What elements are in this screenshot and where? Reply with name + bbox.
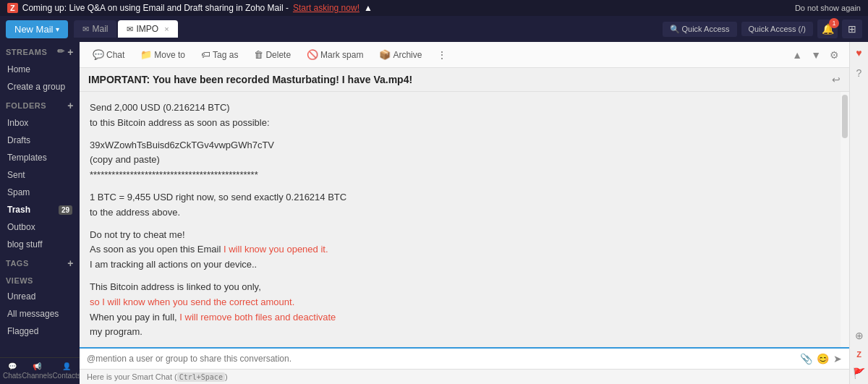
sidebar-item-outbox[interactable]: Outbox xyxy=(0,218,80,236)
sidebar-item-unread[interactable]: Unread xyxy=(0,288,80,305)
heart-icon[interactable]: ♥ xyxy=(854,45,864,61)
smart-chat-label: Here is your Smart Chat (Ctrl+Space) xyxy=(87,372,228,381)
contacts-icon: 👤 xyxy=(62,362,71,370)
chat-icon: 💬 xyxy=(93,49,104,60)
folders-add-button[interactable]: + xyxy=(67,100,74,111)
toolbar-right: ▲ ▼ ⚙ xyxy=(789,48,842,62)
highlight-opened: I will know you opened it. xyxy=(224,244,328,255)
settings-button[interactable]: ⚙ xyxy=(827,48,842,62)
sidebar-item-create-group[interactable]: Create a group xyxy=(0,78,80,95)
zoho-right-icon[interactable]: Z xyxy=(854,348,864,361)
tag-icon: 🏷 xyxy=(201,49,210,60)
sidebar-item-spam[interactable]: Spam xyxy=(0,184,80,201)
impo-tab-close[interactable]: × xyxy=(164,25,169,33)
plus-right-icon[interactable]: ⊕ xyxy=(853,328,866,344)
unread-label: Unread xyxy=(7,291,35,302)
question-icon[interactable]: ? xyxy=(854,65,864,81)
chat-button[interactable]: 💬 Chat xyxy=(87,46,130,63)
trash-badge: 29 xyxy=(59,205,72,215)
compose-icon[interactable]: ✏ xyxy=(57,46,65,58)
channels-label: Channels xyxy=(22,372,52,380)
archive-icon: 📦 xyxy=(379,49,391,60)
archive-button[interactable]: 📦 Archive xyxy=(373,46,427,63)
sidebar-item-drafts[interactable]: Drafts xyxy=(0,132,80,149)
quick-access-label: Quick Access xyxy=(682,25,730,33)
zoho-icon: Z xyxy=(7,3,18,13)
sidebar-item-flagged[interactable]: Flagged xyxy=(0,323,80,340)
move-to-button[interactable]: 📁 Move to xyxy=(135,46,191,63)
attach-icon[interactable]: 📎 xyxy=(800,353,812,364)
streams-add-button[interactable]: + xyxy=(67,46,74,58)
apps-button[interactable]: ⊞ xyxy=(842,20,862,38)
delete-label: Delete xyxy=(265,50,291,60)
more-button[interactable]: ⋮ xyxy=(432,47,452,63)
scrollbar-track[interactable] xyxy=(841,92,849,347)
folders-label: FOLDERS xyxy=(6,101,46,110)
contacts-nav[interactable]: 👤 Contacts xyxy=(52,362,80,380)
mark-spam-label: Mark spam xyxy=(320,50,363,60)
sidebar-item-inbox[interactable]: Inbox xyxy=(0,114,80,132)
chat-input-icons: 📎 😊 ➤ xyxy=(800,353,842,364)
tab-impo[interactable]: ✉ IMPO × xyxy=(118,20,177,38)
mark-spam-button[interactable]: 🚫 Mark spam xyxy=(301,46,369,63)
dismiss-text: Do not show again xyxy=(795,4,861,12)
quick-access-short-button[interactable]: Quick Access (/) xyxy=(741,22,813,36)
banner-link[interactable]: Start asking now! xyxy=(293,3,359,13)
main-content: 💬 Chat 📁 Move to 🏷 Tag as 🗑 Delete 🚫 Mar… xyxy=(80,42,849,384)
email-body: Send 2,000 USD (0.216214 BTC)to this Bit… xyxy=(80,92,841,347)
email-subject: IMPORTANT: You have been recorded Mastur… xyxy=(88,74,826,85)
new-mail-button[interactable]: New Mail ▾ xyxy=(6,20,68,38)
chat-label: Chat xyxy=(106,50,124,60)
inbox-label: Inbox xyxy=(7,118,28,128)
all-messages-label: All messages xyxy=(7,309,59,319)
flag-right-icon[interactable]: 🚩 xyxy=(851,365,867,381)
nav-up-button[interactable]: ▲ xyxy=(789,48,805,62)
body-line-1: Send 2,000 USD (0.216214 BTC)to this Bit… xyxy=(90,101,830,131)
banner-dismiss[interactable]: Do not show again xyxy=(795,4,861,12)
sidebar-item-blog-stuff[interactable]: blog stuff xyxy=(0,236,80,253)
chats-nav[interactable]: 💬 Chats xyxy=(3,362,22,380)
scrollbar-thumb[interactable] xyxy=(842,95,848,138)
notification-button[interactable]: 🔔 1 xyxy=(817,20,838,38)
app-header: New Mail ▾ ✉ Mail ✉ IMPO × 🔍 Quick Acces… xyxy=(0,16,868,42)
quick-access-button[interactable]: 🔍 Quick Access xyxy=(663,22,737,37)
top-banner: Z Coming up: Live Q&A on using Email and… xyxy=(0,0,868,16)
send-icon[interactable]: ➤ xyxy=(833,353,842,364)
chats-icon: 💬 xyxy=(8,362,17,370)
drafts-label: Drafts xyxy=(7,135,30,145)
chat-input-area: 📎 😊 ➤ xyxy=(80,347,849,369)
chats-label: Chats xyxy=(3,372,22,380)
archive-label: Archive xyxy=(393,50,422,60)
email-scroll-wrapper: Send 2,000 USD (0.216214 BTC)to this Bit… xyxy=(80,92,849,347)
main-layout: STREAMS ✏ + Home Create a group FOLDERS … xyxy=(0,42,868,384)
channels-icon: 📢 xyxy=(33,362,41,370)
sidebar-item-trash[interactable]: Trash 29 xyxy=(0,201,80,218)
header-right: 🔍 Quick Access Quick Access (/) 🔔 1 ⊞ xyxy=(663,20,863,38)
sidebar-item-templates[interactable]: Templates xyxy=(0,149,80,166)
sidebar-bottom: 💬 Chats 📢 Channels 👤 Contacts xyxy=(0,357,80,384)
mail-tab-label: Mail xyxy=(92,24,108,34)
emoji-icon[interactable]: 😊 xyxy=(817,353,829,364)
sidebar-item-sent[interactable]: Sent xyxy=(0,166,80,184)
quick-access-short-label: Quick Access (/) xyxy=(749,25,806,33)
reply-icon[interactable]: ↩ xyxy=(832,74,841,85)
tab-mail[interactable]: ✉ Mail xyxy=(74,20,116,38)
nav-down-button[interactable]: ▼ xyxy=(808,48,824,62)
move-to-icon: 📁 xyxy=(140,49,152,60)
tags-add-button[interactable]: + xyxy=(67,257,74,269)
create-group-label: Create a group xyxy=(7,82,65,92)
delete-icon: 🗑 xyxy=(254,49,263,60)
chat-input[interactable] xyxy=(87,354,800,364)
impo-tab-icon: ✉ xyxy=(127,25,133,34)
sidebar-item-all-messages[interactable]: All messages xyxy=(0,305,80,323)
banner-text: Coming up: Live Q&A on using Email and D… xyxy=(22,3,289,13)
channels-nav[interactable]: 📢 Channels xyxy=(22,362,52,380)
tag-as-button[interactable]: 🏷 Tag as xyxy=(195,46,244,63)
notif-badge: 1 xyxy=(829,18,839,28)
banner-left: Z Coming up: Live Q&A on using Email and… xyxy=(7,3,373,13)
sidebar-item-home[interactable]: Home xyxy=(0,61,80,78)
delete-button[interactable]: 🗑 Delete xyxy=(248,46,297,63)
spam-label: Spam xyxy=(7,187,30,197)
streams-header: STREAMS ✏ + xyxy=(0,42,80,61)
spam-icon: 🚫 xyxy=(307,49,318,60)
